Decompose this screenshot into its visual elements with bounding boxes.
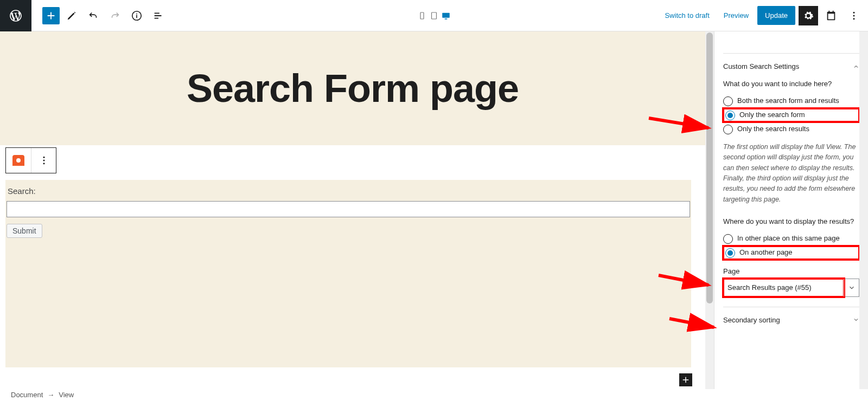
radio-label: In other place on this same page	[737, 234, 840, 243]
settings-sidebar: Custom Search Settings What do you want …	[714, 31, 868, 389]
settings-button[interactable]	[799, 6, 818, 25]
secondary-sorting-panel: Secondary sorting	[723, 307, 859, 333]
device-preview-switcher	[416, 0, 452, 31]
breadcrumb-view[interactable]: View	[59, 391, 74, 399]
mobile-preview-icon[interactable]	[416, 9, 428, 23]
panel-header-custom-search[interactable]: Custom Search Settings	[723, 54, 859, 79]
page-header: Search Form page	[0, 31, 705, 145]
radio-same-page[interactable]: In other place on this same page	[723, 231, 859, 246]
panel-title: Custom Search Settings	[723, 62, 799, 70]
svg-point-8	[43, 160, 44, 161]
radio-icon	[723, 234, 733, 244]
radio-both[interactable]: Both the search form and results	[723, 94, 859, 108]
search-input[interactable]	[7, 201, 690, 217]
radio-only-form[interactable]: Only the search form	[723, 108, 859, 122]
switch-to-draft-button[interactable]: Switch to draft	[659, 7, 714, 24]
page-select-value: Search Results page (#55)	[723, 279, 844, 297]
radio-another-page[interactable]: On another page	[723, 246, 859, 260]
panel-header-secondary-sorting[interactable]: Secondary sorting	[723, 307, 859, 333]
sidebar-scrollbar[interactable]	[859, 31, 868, 389]
search-form-block[interactable]: Search: Submit	[5, 180, 691, 367]
preview-button[interactable]: Preview	[718, 7, 754, 24]
svg-rect-3	[442, 12, 450, 17]
info-button[interactable]	[127, 6, 146, 25]
custom-search-settings-panel: Custom Search Settings What do you want …	[723, 53, 859, 307]
svg-rect-2	[432, 12, 437, 19]
page-field-label: Page	[723, 267, 859, 275]
svg-rect-1	[420, 12, 424, 19]
radio-label: On another page	[739, 248, 793, 257]
svg-point-6	[853, 18, 855, 20]
more-options-button[interactable]	[844, 6, 864, 25]
edit-mode-button[interactable]	[62, 6, 81, 25]
breadcrumb-document[interactable]: Document	[11, 391, 43, 399]
breadcrumb-separator: →	[47, 391, 54, 399]
workspace: Search Form page Search: Submit	[0, 31, 868, 389]
radio-icon	[725, 248, 735, 258]
svg-point-5	[853, 15, 855, 16]
page-title[interactable]: Search Form page	[187, 66, 519, 111]
svg-point-7	[43, 157, 44, 158]
block-more-button[interactable]	[31, 148, 56, 173]
radio-icon	[723, 125, 733, 134]
block-inserter-button[interactable]	[679, 373, 692, 386]
display-question: Where do you want to display the results…	[723, 217, 859, 227]
chevron-down-icon	[844, 279, 859, 296]
editor-canvas[interactable]: Search Form page Search: Submit	[0, 31, 705, 389]
add-block-button[interactable]	[42, 7, 60, 24]
svg-point-9	[43, 163, 44, 164]
toolbar-right: Switch to draft Preview Update	[659, 0, 868, 31]
editor-toolbar: Switch to draft Preview Update	[0, 0, 868, 31]
page-select[interactable]: Search Results page (#55)	[723, 279, 859, 297]
wordpress-logo[interactable]	[0, 0, 31, 31]
undo-button[interactable]	[84, 6, 103, 25]
radio-icon	[725, 111, 735, 120]
desktop-preview-icon[interactable]	[440, 9, 452, 23]
radio-only-results[interactable]: Only the search results	[723, 122, 859, 137]
panel-title: Secondary sorting	[723, 316, 780, 324]
view-block-icon[interactable]	[6, 148, 31, 173]
chevron-down-icon	[853, 316, 859, 323]
block-toolbar	[5, 147, 56, 173]
submit-button[interactable]: Submit	[7, 224, 42, 238]
include-help-text: The first option will display the full V…	[723, 142, 859, 205]
radio-label: Only the search results	[737, 124, 809, 134]
update-button[interactable]: Update	[757, 6, 795, 25]
redo-button[interactable]	[105, 6, 125, 25]
toolbar-left	[31, 0, 168, 31]
radio-label: Only the search form	[739, 110, 805, 120]
canvas-scrollbar[interactable]	[705, 31, 714, 389]
tablet-preview-icon[interactable]	[428, 9, 440, 23]
search-field-label: Search:	[7, 184, 690, 198]
editor-canvas-wrap: Search Form page Search: Submit	[0, 31, 714, 389]
svg-point-4	[853, 11, 855, 13]
breadcrumb: Document → View	[11, 391, 74, 399]
outline-button[interactable]	[149, 6, 168, 25]
radio-label: Both the search form and results	[737, 96, 839, 106]
include-question: What do you want to include here?	[723, 79, 859, 89]
chevron-up-icon	[853, 63, 859, 70]
radio-icon	[723, 96, 733, 106]
plugin-sidebar-button[interactable]	[821, 6, 841, 25]
